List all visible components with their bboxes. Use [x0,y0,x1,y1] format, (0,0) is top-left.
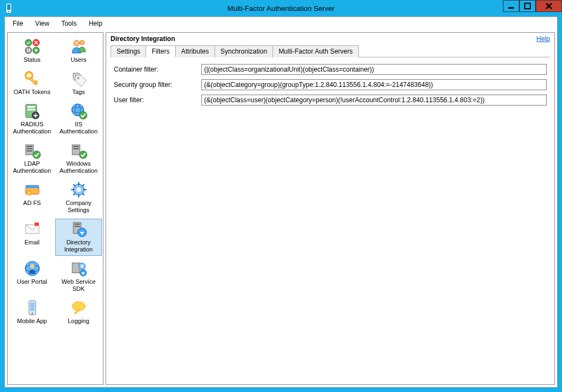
sidebar-item-tags[interactable]: Tags [55,68,102,98]
svg-rect-25 [27,106,35,108]
menu-help[interactable]: Help [83,18,108,29]
sidebar-item-label: LDAP Authentication [10,160,54,174]
sidebar-item-mobile-app[interactable]: Mobile App [9,297,55,327]
sidebar-item-company-settings[interactable]: Company Settings [55,179,102,217]
window-controls [503,0,562,12]
svg-line-51 [73,184,76,186]
svg-point-67 [81,265,83,267]
svg-rect-26 [27,109,35,110]
users-icon [70,38,88,55]
sidebar-item-email[interactable]: Email [9,219,55,256]
svg-line-52 [82,193,84,195]
svg-rect-39 [73,146,79,147]
sidebar-item-label: Email [25,239,40,246]
tab-attributes[interactable]: Attributes [175,45,215,57]
sidebar-item-label: AD FS [23,200,40,207]
windows-auth-icon [70,142,88,159]
svg-point-32 [79,112,87,119]
maximize-button[interactable] [519,0,536,12]
tags-icon [70,70,88,87]
radius-icon [24,102,41,120]
user-filter-row: User filter: [114,95,547,106]
titlebar[interactable]: Multi-Factor Authentication Server [0,0,562,16]
sidebar-item-label: Logging [68,318,89,325]
sidebar-item-radius-auth[interactable]: RADIUS Authentication [9,101,55,138]
svg-point-2 [8,11,9,12]
logging-icon [70,299,88,317]
sidebar-item-logging[interactable]: Logging [55,297,102,327]
svg-rect-1 [7,4,10,10]
user-filter-input[interactable] [201,95,547,106]
sidebar-item-ldap-auth[interactable]: LDAP Authentication [9,140,55,177]
close-button[interactable] [536,0,562,12]
help-link[interactable]: Help [536,35,550,43]
svg-rect-58 [74,224,80,225]
svg-line-54 [73,193,76,195]
sdk-icon [70,260,88,277]
menu-tools[interactable]: Tools [56,18,82,29]
svg-point-46 [77,188,81,192]
svg-rect-35 [27,148,32,149]
sidebar-item-users[interactable]: Users [55,36,102,66]
sidebar-item-status[interactable]: Status [9,36,55,66]
main-panel: Directory Integration Help Settings Filt… [106,32,555,385]
sidebar-item-oath-tokens[interactable]: OATH Tokens [9,68,55,98]
minimize-button[interactable] [503,0,519,12]
sidebar-item-label: Company Settings [57,200,100,214]
tab-filters[interactable]: Filters [146,45,176,57]
security-group-filter-label: Security group filter: [114,81,201,89]
body: Status Users [5,30,557,387]
svg-rect-34 [27,146,32,147]
tabstrip: Settings Filters Attributes Synchronizat… [111,45,550,57]
tab-mfa-servers[interactable]: Multi-Factor Auth Servers [273,45,358,57]
svg-rect-4 [525,3,530,9]
app-window: Multi-Factor Authentication Server File … [0,0,562,392]
svg-rect-13 [29,49,30,52]
svg-point-64 [30,264,34,268]
menu-view[interactable]: View [30,18,55,29]
sidebar-item-label: OATH Tokens [14,89,50,96]
user-filter-label: User filter: [114,96,201,104]
sidebar-item-label: Users [71,56,86,63]
tab-synchronization[interactable]: Synchronization [215,45,273,57]
sidebar-item-label: RADIUS Authentication [10,121,54,135]
menu-file[interactable]: File [7,18,28,29]
security-group-filter-input[interactable] [201,79,547,90]
adfs-icon [24,181,41,198]
sidebar-item-label: Status [24,56,40,63]
sidebar-item-directory-integration[interactable]: Directory Integration [55,219,102,256]
sidebar-item-adfs[interactable]: AD FS [9,179,55,217]
mobile-icon [24,299,41,317]
sidebar-item-label: Windows Authentication [57,160,100,174]
main-header: Directory Integration Help [111,35,550,45]
sidebar: Status Users [7,32,103,385]
key-icon [24,70,41,87]
user-portal-icon [24,260,41,277]
sidebar-item-label: Mobile App [17,318,47,325]
sidebar-item-iis-auth[interactable]: IIS Authentication [55,101,102,138]
svg-point-37 [33,151,40,159]
app-icon [4,2,13,14]
menubar: File View Tools Help [5,17,557,30]
svg-rect-3 [508,7,514,9]
security-group-filter-row: Security group filter: [114,79,547,90]
container-filter-input[interactable] [201,64,547,75]
svg-point-44 [27,191,31,195]
sidebar-item-windows-auth[interactable]: Windows Authentication [55,140,102,177]
container-filter-row: Container filter: [114,64,547,75]
svg-rect-65 [72,263,80,273]
sidebar-item-user-portal[interactable]: User Portal [9,258,55,295]
sidebar-item-label: User Portal [17,278,47,285]
svg-point-41 [79,151,87,159]
svg-line-53 [82,184,84,186]
sidebar-item-web-service-sdk[interactable]: Web Service SDK [55,258,102,295]
svg-point-17 [80,40,84,45]
tab-settings[interactable]: Settings [111,45,146,57]
sidebar-item-label: IIS Authentication [57,121,100,135]
svg-point-72 [31,313,33,314]
svg-point-11 [25,47,32,54]
svg-point-23 [77,77,79,79]
svg-rect-71 [30,302,34,311]
directory-icon [70,220,88,238]
svg-marker-74 [74,309,80,314]
